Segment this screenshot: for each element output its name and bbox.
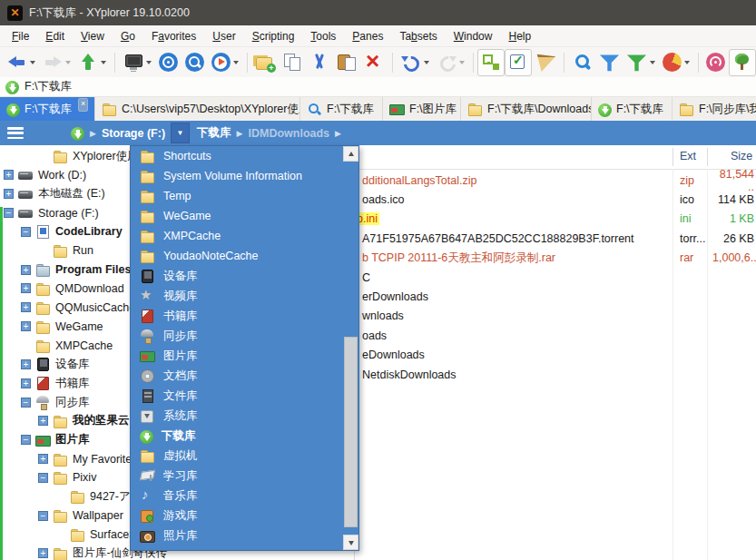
- crumb-storage-f[interactable]: Storage (F:): [102, 127, 165, 140]
- dropdown-scrollbar[interactable]: [343, 146, 358, 550]
- delete-button[interactable]: [360, 49, 388, 76]
- tree-expander[interactable]: +: [21, 378, 31, 388]
- file-row[interactable]: wnloads: [355, 307, 756, 326]
- checkbox-selection-button[interactable]: [505, 49, 532, 76]
- tree-panel-toggle-button[interactable]: [477, 49, 505, 76]
- menu-item-tabsets[interactable]: Tabsets: [391, 27, 445, 45]
- column-divider[interactable]: [707, 148, 708, 166]
- pizza-button[interactable]: [532, 49, 559, 76]
- hotlist-button[interactable]: [155, 49, 182, 76]
- statistics-button[interactable]: [659, 49, 693, 76]
- tree-item[interactable]: +My Favorites: [38, 450, 138, 468]
- forward-button[interactable]: [39, 49, 74, 76]
- dropdown-item[interactable]: YoudaoNoteCache: [131, 246, 358, 266]
- tree-item[interactable]: −Storage (F:): [4, 204, 99, 222]
- up-button[interactable]: [74, 49, 110, 76]
- file-row[interactable]: oads.icoico114 KB: [355, 190, 756, 209]
- tree-item[interactable]: −同步库: [21, 393, 90, 411]
- tree-item[interactable]: +WeGame: [21, 318, 103, 336]
- tree-expander[interactable]: +: [21, 283, 31, 293]
- menu-item-edit[interactable]: Edit: [37, 27, 73, 45]
- zoom-here-button[interactable]: [182, 49, 208, 76]
- tab-4[interactable]: F:\图片库: [383, 97, 461, 121]
- tree-item[interactable]: +本地磁盘 (E:): [4, 185, 105, 203]
- column-header-size[interactable]: Size: [731, 150, 752, 162]
- tree-expander[interactable]: −: [38, 511, 48, 521]
- tab-1[interactable]: F:\下载库×: [0, 97, 95, 121]
- dropdown-item[interactable]: 虚拟机: [131, 446, 358, 466]
- file-row[interactable]: NetdiskDownloads: [355, 365, 756, 384]
- scroll-up-button[interactable]: [343, 146, 358, 162]
- dropdown-item[interactable]: 文档库: [131, 366, 358, 386]
- dropdown-item[interactable]: Shortcuts: [131, 146, 358, 166]
- file-row[interactable]: eDownloads: [355, 346, 756, 365]
- visual-filter-button[interactable]: [623, 49, 659, 76]
- file-row[interactable]: b TCPIP 20111-6天教主和阿彭录制.rarrar1,000,6..: [355, 249, 756, 268]
- file-row[interactable]: p.iniini1 KB: [355, 210, 756, 229]
- dropdown-item[interactable]: 下载库: [131, 426, 358, 446]
- tree-expander[interactable]: −: [21, 227, 31, 237]
- tree-item[interactable]: +Work (D:): [4, 166, 86, 184]
- address-bar[interactable]: F:\下载库: [0, 77, 756, 97]
- menu-item-scripting[interactable]: Scripting: [244, 27, 303, 45]
- menu-item-go[interactable]: Go: [113, 27, 143, 45]
- menu-item-panes[interactable]: Panes: [344, 27, 391, 45]
- tree-expander[interactable]: +: [4, 170, 14, 180]
- tree-expander[interactable]: −: [4, 208, 14, 218]
- tree-expander[interactable]: −: [21, 398, 31, 408]
- dropdown-item[interactable]: 视频库: [131, 286, 358, 306]
- undo-button[interactable]: [398, 49, 433, 76]
- file-row[interactable]: A71F51975A67B647AB25DC52CC188829B3F.torr…: [355, 229, 756, 248]
- tab-close-button[interactable]: ×: [78, 98, 88, 112]
- cut-button[interactable]: [306, 49, 333, 76]
- dropdown-item[interactable]: 文件库: [131, 386, 358, 406]
- dropdown-item[interactable]: XMPCache: [131, 226, 358, 246]
- tree-item[interactable]: +Program Files: [21, 260, 131, 279]
- file-row[interactable]: erDownloads: [355, 287, 756, 306]
- tree-item[interactable]: −图片库: [21, 431, 90, 449]
- tree-expander[interactable]: +: [38, 454, 48, 464]
- tab-5[interactable]: F:\下载库\Downloads: [461, 97, 592, 121]
- file-row[interactable]: oads: [355, 326, 756, 345]
- tree-expander[interactable]: +: [4, 189, 14, 199]
- tree-item[interactable]: −CodeLibrary: [21, 222, 123, 241]
- find-files-button[interactable]: [569, 49, 596, 76]
- copy-button[interactable]: [279, 49, 306, 76]
- tab-2[interactable]: C:\Users\vip57\Desktop\XYplorer使用: [95, 97, 300, 121]
- tree-expander[interactable]: +: [21, 321, 31, 331]
- back-button[interactable]: [4, 49, 39, 76]
- menu-item-favorites[interactable]: Favorites: [143, 27, 204, 45]
- tree-expander[interactable]: +: [21, 359, 31, 369]
- filter-button[interactable]: [596, 49, 623, 76]
- scrollbar-thumb[interactable]: [344, 337, 358, 527]
- dropdown-item[interactable]: System Volume Information: [131, 166, 358, 186]
- tree-item[interactable]: +书籍库: [21, 374, 90, 392]
- new-folder-button[interactable]: [251, 49, 279, 76]
- menu-item-user[interactable]: User: [204, 27, 243, 45]
- crumb-download-lib[interactable]: 下载库: [197, 125, 231, 141]
- tree-expander[interactable]: −: [21, 435, 31, 445]
- crumb-idmdownloads[interactable]: IDMDownloads: [248, 127, 329, 140]
- tree-item[interactable]: +QMDownload: [21, 280, 124, 298]
- tab-3[interactable]: F:\下载库: [300, 97, 383, 121]
- dropdown-item[interactable]: 书籍库: [131, 306, 358, 326]
- tree-item[interactable]: +我的坚果云: [38, 412, 130, 430]
- goto-button[interactable]: [208, 49, 242, 76]
- menu-item-window[interactable]: Window: [446, 27, 501, 45]
- dropdown-item[interactable]: 设备库: [131, 266, 358, 286]
- column-divider[interactable]: [673, 148, 673, 166]
- paste-button[interactable]: [333, 49, 360, 76]
- scroll-down-button[interactable]: [343, 535, 358, 550]
- tree-expander[interactable]: +: [38, 548, 48, 558]
- menu-hamburger-icon[interactable]: [7, 127, 24, 139]
- menu-item-view[interactable]: View: [73, 27, 113, 45]
- menu-item-tools[interactable]: Tools: [302, 27, 344, 45]
- file-row[interactable]: C: [355, 268, 756, 287]
- dropdown-item[interactable]: 同步库: [131, 326, 358, 346]
- lollipop-button[interactable]: [702, 49, 729, 76]
- mini-tree-button[interactable]: [729, 49, 756, 76]
- redo-button[interactable]: [433, 49, 468, 76]
- tree-expander[interactable]: +: [21, 265, 31, 275]
- dropdown-item[interactable]: WeGame: [131, 206, 358, 226]
- dropdown-item[interactable]: 学习库: [131, 466, 358, 486]
